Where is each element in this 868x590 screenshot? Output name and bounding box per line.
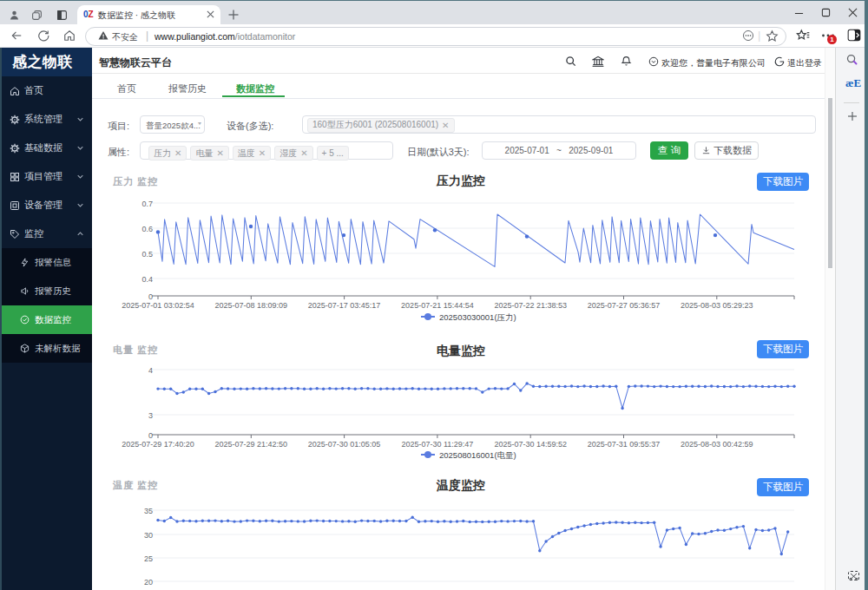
svg-text:2025-07-30 01:05:05: 2025-07-30 01:05:05 xyxy=(308,440,381,449)
svg-text:2025-07-01 03:02:54: 2025-07-01 03:02:54 xyxy=(122,301,194,310)
svg-text:202508016001(电量): 202508016001(电量) xyxy=(439,450,516,460)
svg-text:30: 30 xyxy=(144,531,153,540)
svg-text:2025-07-31 09:55:37: 2025-07-31 09:55:37 xyxy=(588,440,661,449)
svg-text:2025-07-08 18:09:09: 2025-07-08 18:09:09 xyxy=(215,301,288,310)
svg-text:202503030001(压力): 202503030001(压力) xyxy=(439,312,516,322)
svg-text:4: 4 xyxy=(148,366,153,375)
svg-text:0: 0 xyxy=(148,431,153,440)
svg-text:2025-07-30 14:59:52: 2025-07-30 14:59:52 xyxy=(494,440,567,449)
svg-text:2025-08-03 05:29:23: 2025-08-03 05:29:23 xyxy=(681,301,753,310)
svg-text:25: 25 xyxy=(144,554,153,563)
svg-text:0.6: 0.6 xyxy=(141,225,153,233)
svg-text:2025-07-22 21:38:53: 2025-07-22 21:38:53 xyxy=(494,301,567,310)
svg-text:0: 0 xyxy=(148,292,153,301)
svg-text:2025-07-29 17:40:20: 2025-07-29 17:40:20 xyxy=(122,440,194,449)
svg-text:2025-08-03 00:42:59: 2025-08-03 00:42:59 xyxy=(681,440,753,449)
svg-text:2025-07-17 03:45:17: 2025-07-17 03:45:17 xyxy=(308,301,381,310)
svg-text:0.7: 0.7 xyxy=(141,200,153,208)
svg-text:2025-07-29 21:42:50: 2025-07-29 21:42:50 xyxy=(215,440,288,449)
svg-text:20: 20 xyxy=(144,578,153,587)
svg-text:2025-07-21 15:44:54: 2025-07-21 15:44:54 xyxy=(401,301,474,310)
svg-text:3: 3 xyxy=(148,411,153,420)
svg-text:2025-07-30 11:29:47: 2025-07-30 11:29:47 xyxy=(401,440,473,449)
svg-text:0.4: 0.4 xyxy=(141,275,153,284)
svg-text:35: 35 xyxy=(144,507,153,515)
svg-text:0.5: 0.5 xyxy=(141,250,153,259)
svg-text:2025-07-27 05:36:57: 2025-07-27 05:36:57 xyxy=(588,301,661,310)
